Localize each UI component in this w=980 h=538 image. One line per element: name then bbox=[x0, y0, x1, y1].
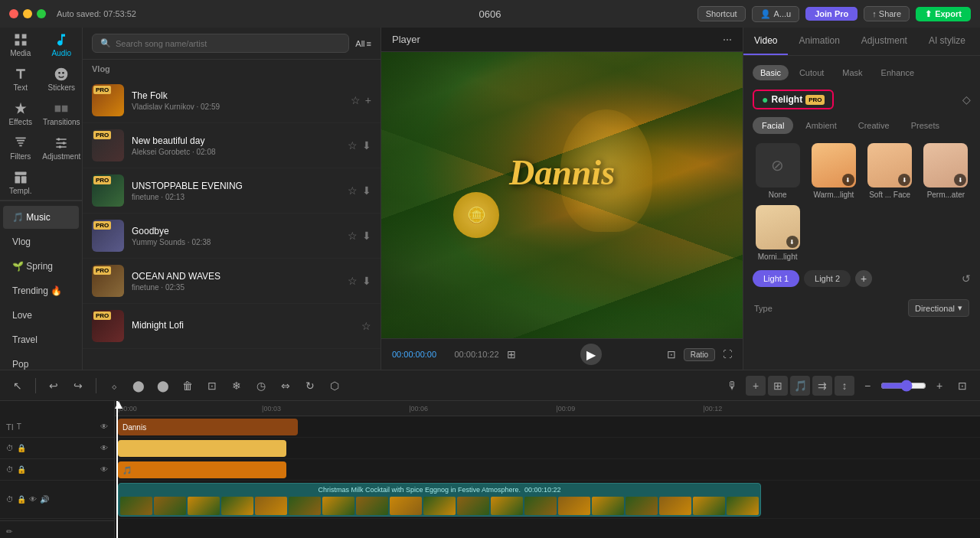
preset-soft-face[interactable]: ⬇ Soft ... Face bbox=[865, 143, 915, 199]
track-type-button[interactable]: ⊞ bbox=[768, 376, 788, 396]
sidebar-item-trending[interactable]: Trending 🔥 bbox=[3, 279, 79, 302]
relight-tab-creative[interactable]: Creative bbox=[849, 117, 899, 134]
relight-tab-ambient[interactable]: Ambient bbox=[796, 117, 845, 134]
favorite-button[interactable]: ☆ bbox=[348, 275, 358, 287]
edit-icon[interactable]: ✏ bbox=[6, 527, 12, 536]
crop-button[interactable]: ⊡ bbox=[202, 376, 222, 396]
speed-button[interactable]: ◷ bbox=[251, 376, 271, 396]
eye-icon[interactable]: 👁 bbox=[29, 495, 37, 504]
tab-ai-stylize[interactable]: AI stylize bbox=[918, 28, 976, 55]
list-item[interactable]: PRO UNSTOPPABLE EVENING finetune · 02:13… bbox=[83, 168, 381, 214]
fullscreen-icon[interactable]: ⛶ bbox=[723, 349, 732, 360]
delete-button[interactable]: 🗑 bbox=[178, 376, 198, 396]
toolbar-tab-text[interactable]: Text bbox=[0, 62, 41, 96]
favorite-button[interactable]: ☆ bbox=[348, 184, 358, 197]
sub-tab-cutout[interactable]: Cutout bbox=[792, 65, 831, 80]
download-button[interactable]: ⬇ bbox=[362, 275, 371, 287]
zoom-slider[interactable] bbox=[880, 380, 926, 392]
list-item[interactable]: PRO OCEAN AND WAVES finetune · 02:35 ☆ ⬇ bbox=[83, 259, 381, 304]
toolbar-tab-stickers[interactable]: Stickers bbox=[41, 62, 83, 96]
transform-button[interactable]: ⬡ bbox=[325, 376, 345, 396]
favorite-button[interactable]: ☆ bbox=[348, 139, 358, 152]
minimize-button[interactable] bbox=[23, 9, 32, 18]
light2-button[interactable]: Light 2 bbox=[804, 270, 851, 287]
add-button[interactable]: + bbox=[365, 94, 371, 106]
preset-morning-light[interactable]: ⬇ Morni...light bbox=[753, 205, 802, 261]
close-button[interactable] bbox=[9, 9, 18, 18]
preset-none[interactable]: ⊘ None bbox=[753, 143, 802, 199]
tab-adjustment[interactable]: Adjustment bbox=[851, 28, 918, 55]
toolbar-tab-effects[interactable]: Effects bbox=[0, 96, 41, 131]
toolbar-tab-media[interactable]: Media bbox=[0, 28, 41, 62]
reset-icon[interactable]: ↺ bbox=[962, 272, 971, 285]
list-item[interactable]: PRO Goodbye Yummy Sounds · 02:38 ☆ ⬇ bbox=[83, 214, 381, 259]
trim-left-button[interactable]: ⬤ bbox=[129, 376, 149, 396]
tab-video[interactable]: Video bbox=[743, 28, 788, 55]
trim-right-button[interactable]: ⬤ bbox=[153, 376, 173, 396]
toolbar-tab-filters[interactable]: Filters bbox=[0, 131, 41, 165]
sub-tab-enhance[interactable]: Enhance bbox=[874, 65, 922, 80]
zoom-out-icon[interactable]: − bbox=[858, 376, 877, 396]
relight-badge[interactable]: ● Relight PRO bbox=[753, 90, 834, 109]
relight-tab-facial[interactable]: Facial bbox=[753, 117, 793, 134]
fit-to-window-button[interactable]: ⊡ bbox=[952, 376, 972, 396]
favorite-button[interactable]: ☆ bbox=[348, 230, 358, 242]
mirror-button[interactable]: ⇔ bbox=[276, 376, 296, 396]
redo-button[interactable]: ↪ bbox=[68, 376, 88, 396]
download-button[interactable]: ⬇ bbox=[362, 230, 371, 242]
clip-music[interactable]: 🎵 bbox=[118, 461, 286, 478]
play-button[interactable]: ▶ bbox=[580, 344, 602, 365]
track-split-button[interactable]: ↕ bbox=[835, 376, 854, 396]
share-button[interactable]: ↑ Share bbox=[864, 6, 910, 21]
sidebar-item-love[interactable]: Love bbox=[3, 304, 79, 327]
freeze-button[interactable]: ❄ bbox=[227, 376, 247, 396]
zoom-in-icon[interactable]: + bbox=[929, 376, 949, 396]
list-item[interactable]: PRO New beautiful day Aleksei Gorobetc ·… bbox=[83, 123, 381, 168]
export-button[interactable]: ⬆ Export bbox=[916, 7, 971, 21]
rotate-button[interactable]: ↻ bbox=[300, 376, 320, 396]
toolbar-tab-template[interactable]: Templ. bbox=[0, 165, 41, 200]
favorite-button[interactable]: ☆ bbox=[351, 94, 361, 106]
sub-tab-mask[interactable]: Mask bbox=[835, 65, 870, 80]
maximize-button[interactable] bbox=[37, 9, 46, 18]
account-button[interactable]: 👤 A...u bbox=[752, 6, 800, 22]
toolbar-tab-transitions[interactable]: Transitions bbox=[41, 96, 83, 131]
sidebar-item-spring[interactable]: 🌱 Spring bbox=[3, 255, 79, 278]
eye-icon[interactable]: 👁 bbox=[100, 422, 108, 431]
split-button[interactable]: ⬦ bbox=[104, 376, 124, 396]
track-merge-button[interactable]: ⇉ bbox=[812, 376, 832, 396]
light1-button[interactable]: Light 1 bbox=[753, 270, 799, 287]
undo-button[interactable]: ↩ bbox=[44, 376, 64, 396]
list-item[interactable]: PRO The Folk Vladislav Kurnikov · 02:59 … bbox=[83, 78, 381, 123]
sub-tab-basic[interactable]: Basic bbox=[753, 65, 789, 80]
clip-dannis[interactable]: Dannis bbox=[118, 419, 298, 435]
preset-permanent[interactable]: ⬇ Perm...ater bbox=[921, 143, 971, 199]
audio-track-button[interactable]: 🎙 bbox=[723, 376, 743, 396]
crop-icon[interactable]: ⊡ bbox=[667, 348, 676, 360]
lock-icon[interactable]: 🔒 bbox=[17, 444, 26, 452]
audio-icon[interactable]: 🔊 bbox=[40, 495, 49, 504]
select-tool-button[interactable]: ↖ bbox=[8, 376, 28, 396]
toolbar-tab-adjustment[interactable]: Adjustment bbox=[41, 131, 83, 165]
sidebar-item-pop[interactable]: Pop bbox=[3, 353, 79, 370]
eye-icon[interactable]: 👁 bbox=[100, 444, 108, 452]
search-input[interactable] bbox=[116, 39, 341, 48]
grid-icon[interactable]: ⊞ bbox=[507, 348, 516, 360]
player-menu-icon[interactable]: ⋯ bbox=[723, 34, 732, 45]
relight-tab-presets[interactable]: Presets bbox=[902, 117, 949, 134]
clip-subtitle[interactable] bbox=[118, 440, 286, 457]
sidebar-item-vlog[interactable]: Vlog bbox=[3, 230, 79, 253]
download-button[interactable]: ⬇ bbox=[362, 184, 371, 197]
shortcut-button[interactable]: Shortcut bbox=[697, 6, 746, 21]
clip-video[interactable]: Christmas Milk Cocktail with Spice Eggno… bbox=[118, 483, 761, 517]
lock-icon[interactable]: 🔒 bbox=[17, 465, 26, 474]
eye-icon[interactable]: 👁 bbox=[100, 465, 108, 474]
toolbar-tab-audio[interactable]: Audio bbox=[41, 28, 83, 62]
type-select[interactable]: Directional ▾ bbox=[908, 299, 969, 317]
ratio-button[interactable]: Ratio bbox=[684, 348, 715, 361]
add-track-button[interactable]: + bbox=[746, 376, 766, 396]
sidebar-item-music[interactable]: 🎵 Music bbox=[3, 206, 79, 229]
lock-icon[interactable]: 🔒 bbox=[17, 495, 26, 504]
track-audio-button[interactable]: 🎵 bbox=[790, 376, 810, 396]
favorite-button[interactable]: ☆ bbox=[361, 320, 371, 332]
